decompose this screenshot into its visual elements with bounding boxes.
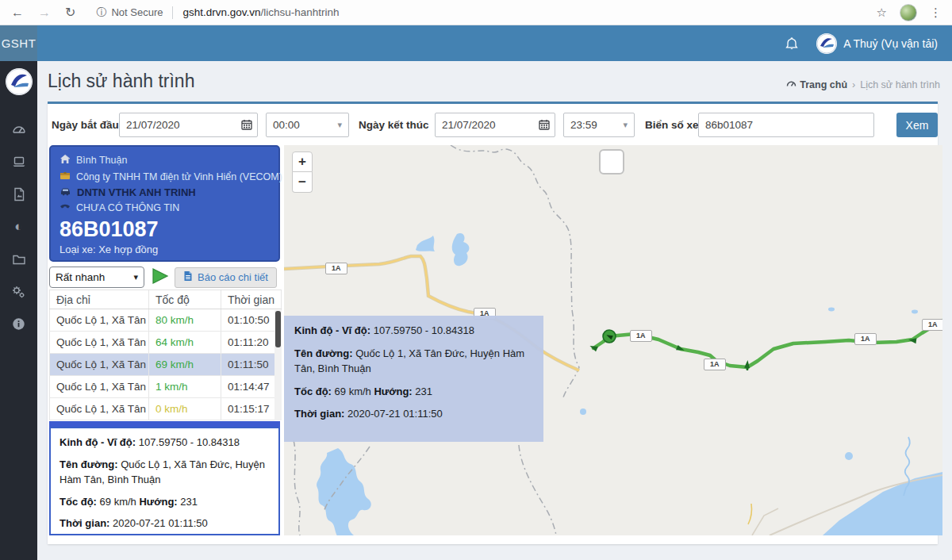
cell-address: Quốc Lộ 1, Xã Tân ...	[49, 332, 148, 353]
company-line: Công ty TNHH TM điện tử Vinh Hiển (VECOM…	[60, 171, 270, 182]
document-icon	[183, 270, 193, 284]
adjust-icon: ◐	[14, 220, 22, 233]
popup-time: Thời gian: 2020-07-21 01:11:50	[294, 407, 533, 422]
security-indicator[interactable]: ⓘ Not Secure	[96, 6, 163, 20]
map-zoom-control: + −	[292, 152, 313, 193]
cell-time: 01:10:50	[221, 309, 282, 331]
vehicle-plate: 86B01087	[60, 218, 270, 242]
start-time-select[interactable]: 00:00 ▾	[266, 113, 349, 137]
table-row[interactable]: Quốc Lộ 1, Xã Tân ... 0 km/h 01:15:17	[49, 398, 282, 420]
browser-menu-icon[interactable]: ⋮	[930, 6, 942, 20]
detail-lonlat: Kinh độ - Vĩ độ: 107.59750 - 10.84318	[60, 435, 270, 451]
url-path: /lichsu-hanhtrinh	[261, 6, 340, 18]
start-date-field	[119, 113, 258, 137]
table-scrollbar[interactable]	[274, 310, 282, 420]
sidebar-item-files[interactable]	[0, 243, 37, 275]
trip-table: Địa chỉ Tốc độ Thời gian Quốc Lộ 1, Xã T…	[49, 290, 282, 420]
detail-speed: Tốc độ: 69 km/h Hướng: 231	[60, 495, 270, 510]
start-date-label: Ngày bắt đầu	[52, 113, 119, 137]
table-row[interactable]: Quốc Lộ 1, Xã Tân ... 80 km/h 01:10:50	[49, 309, 282, 332]
view-button[interactable]: Xem	[896, 113, 938, 137]
play-button[interactable]	[150, 267, 169, 288]
breadcrumb-home[interactable]: Trang chủ	[786, 79, 847, 91]
security-label: Not Secure	[111, 6, 163, 18]
info-icon: ⓘ	[96, 6, 106, 20]
sidebar-item-statistics[interactable]: ◐	[0, 210, 37, 243]
map-popup: Kinh độ - Vĩ độ: 107.59750 - 10.84318 Tê…	[284, 316, 543, 442]
brand-logo[interactable]: GSHT	[0, 25, 37, 61]
calendar-icon[interactable]	[241, 119, 252, 132]
divider	[172, 6, 173, 19]
popup-road: Tên đường: Quốc Lộ 1, Xã Tân Đức, Huyện …	[294, 347, 533, 377]
zoom-in-button[interactable]: +	[292, 152, 313, 172]
sidebar-logo-icon[interactable]	[6, 68, 33, 95]
back-icon[interactable]: ←	[11, 6, 24, 20]
sidebar-item-settings[interactable]	[0, 275, 37, 308]
report-button[interactable]: Báo cáo chi tiết	[175, 267, 277, 288]
point-detail-panel: Kinh độ - Vĩ độ: 107.59750 - 10.84318 Tê…	[49, 427, 280, 535]
header-address: Địa chỉ	[49, 290, 148, 309]
sidebar-item-monitoring[interactable]	[0, 145, 37, 178]
start-date-input[interactable]	[119, 113, 258, 137]
map-canvas[interactable]: 1A 1A 1A 1A 1A 1A + − Kinh độ - Vĩ độ: 1…	[284, 145, 942, 535]
end-date-input[interactable]	[435, 113, 555, 137]
notification-bell-icon[interactable]	[785, 36, 799, 51]
browser-profile-avatar[interactable]	[900, 4, 917, 21]
province-value: Bình Thuận	[76, 155, 127, 166]
popup-speed: Tốc độ: 69 km/h Hướng: 231	[294, 385, 533, 400]
table-row[interactable]: Quốc Lộ 1, Xã Tân ... 1 km/h 01:14:47	[49, 376, 282, 398]
selected-row-indicator	[49, 421, 280, 427]
cell-address: Quốc Lộ 1, Xã Tân ...	[49, 309, 148, 331]
route-start-marker[interactable]	[603, 330, 616, 343]
cell-time: 01:11:50	[221, 354, 282, 375]
chevron-down-icon: ▾	[623, 120, 628, 130]
end-date-field	[435, 113, 555, 137]
bookmark-star-icon[interactable]: ☆	[877, 6, 887, 20]
left-column: Bình Thuận Công ty TNHH TM điện tử Vinh …	[49, 145, 280, 262]
vehicle-info-panel: Bình Thuận Công ty TNHH TM điện tử Vinh …	[49, 145, 280, 262]
car-icon	[60, 186, 71, 198]
sidebar-item-info[interactable]	[0, 308, 37, 340]
info-circle-icon	[12, 317, 25, 331]
org-logo-icon	[816, 33, 837, 54]
header-speed: Tốc độ	[148, 290, 221, 309]
user-menu[interactable]: A Thuỷ (Vụ vận tải)	[816, 33, 938, 54]
app-header: GSHT A Thuỷ (Vụ vận tải)	[0, 25, 952, 61]
reload-icon[interactable]: ↻	[65, 5, 75, 20]
road-shield: 1A	[704, 359, 726, 370]
table-row[interactable]: Quốc Lộ 1, Xã Tân ... 64 km/h 01:11:20	[49, 332, 282, 354]
forward-icon[interactable]: →	[38, 6, 51, 20]
address-bar[interactable]: gsht.drvn.gov.vn/lichsu-hanhtrinh	[182, 6, 339, 18]
sidebar-item-dashboard[interactable]	[0, 113, 37, 145]
playback-row: Rất nhanh ▾ Báo cáo chi tiết	[49, 267, 280, 288]
table-row-selected[interactable]: Quốc Lộ 1, Xã Tân ... 69 km/h 01:11:50	[49, 354, 282, 376]
end-time-value: 23:59	[570, 119, 597, 131]
cell-speed: 80 km/h	[148, 309, 221, 331]
breadcrumb-home-label: Trang chủ	[800, 79, 847, 90]
sidebar-item-reports[interactable]	[0, 178, 37, 210]
breadcrumb-separator: ›	[852, 79, 855, 90]
file-icon	[13, 187, 25, 201]
sidebar-nav: ◐	[0, 61, 37, 560]
title-bar: Lịch sử hành trình Trang chủ › Lịch sử h…	[37, 61, 952, 101]
playback-speed-select[interactable]: Rất nhanh ▾	[49, 267, 144, 288]
scrollbar-thumb[interactable]	[275, 311, 281, 347]
laptop-icon	[12, 155, 26, 169]
page-title: Lịch sử hành trình	[48, 71, 194, 92]
end-date-label: Ngày kết thúc	[359, 113, 429, 137]
table-header: Địa chỉ Tốc độ Thời gian	[49, 290, 282, 309]
road-shield: 1A	[854, 333, 877, 345]
plate-field	[698, 113, 874, 137]
start-time-value: 00:00	[273, 119, 300, 131]
zoom-out-button[interactable]: −	[292, 172, 313, 193]
map-layers-button[interactable]	[599, 149, 624, 175]
calendar-icon[interactable]	[539, 119, 550, 132]
cell-speed: 1 km/h	[148, 376, 221, 397]
house-icon	[60, 154, 71, 167]
browser-chrome: ← → ↻ ⓘ Not Secure gsht.drvn.gov.vn/lich…	[0, 0, 952, 25]
plate-input[interactable]	[698, 113, 874, 137]
cell-time: 01:11:20	[221, 332, 282, 353]
end-time-select[interactable]: 23:59 ▾	[563, 113, 635, 137]
folder-icon	[12, 253, 26, 266]
phone-line: CHƯA CÓ THÔNG TIN	[60, 202, 270, 213]
